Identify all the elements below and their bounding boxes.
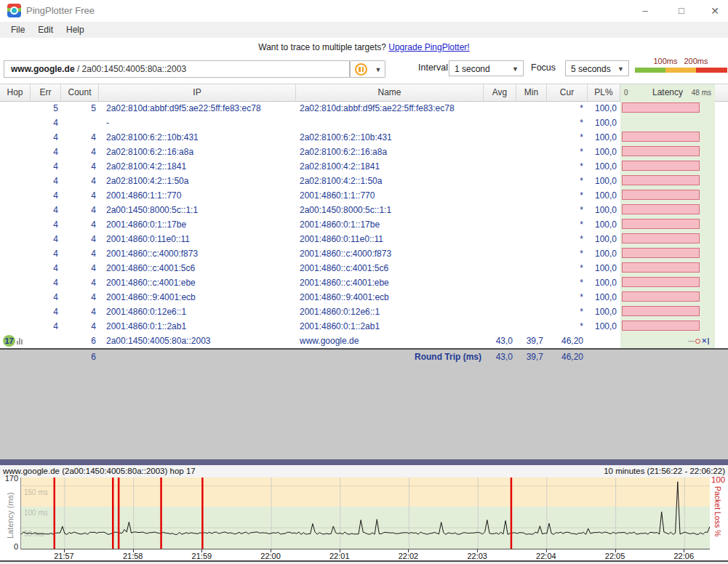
cur-cell: * (547, 319, 583, 334)
x-axis-tick-label: 21:58 (123, 552, 143, 560)
x-axis-tick-label: 22:03 (467, 552, 487, 560)
table-row[interactable]: 442001:4860::c:4001:5c62001:4860::c:4001… (0, 261, 728, 275)
min-cell (516, 145, 543, 159)
upgrade-banner: Want to trace to multiple targets? Upgra… (0, 38, 728, 57)
latency-loss-bar (622, 132, 700, 142)
x-axis-tick-label: 22:02 (399, 552, 419, 560)
count-cell: 4 (61, 159, 96, 174)
focus-select[interactable]: 5 seconds▼ (565, 60, 629, 76)
table-row[interactable]: 442001:4860:0:1::2ab12001:4860:0:1::2ab1… (0, 319, 728, 334)
mini-graph-icon (17, 337, 23, 345)
err-cell: 4 (31, 174, 58, 188)
menu-item-file[interactable]: File (4, 25, 31, 35)
cur-cell: * (547, 159, 583, 174)
latency-cell (620, 290, 715, 305)
menubar: File Edit Help (0, 22, 728, 38)
col-cur[interactable]: Cur (547, 84, 588, 101)
pause-button[interactable] (350, 60, 372, 78)
target-input[interactable]: www.google.de / 2a00:1450:4005:80a::2003 (4, 60, 350, 78)
min-cell (516, 305, 543, 319)
close-button[interactable]: ✕ (704, 3, 726, 19)
latency-loss-bar (622, 248, 700, 258)
interval-label: Interval (418, 63, 448, 73)
latency-cell (620, 116, 715, 130)
col-err[interactable]: Err (31, 84, 61, 101)
table-row[interactable]: 442a02:8100:4:2::18412a02:8100:4:2::1841… (0, 159, 728, 174)
table-row[interactable]: 442001:4860:1:1::7702001:4860:1:1::770*1… (0, 188, 728, 203)
name-cell: 2a02:8100:6:2::10b:431 (300, 130, 481, 145)
count-cell: 4 (61, 319, 96, 334)
interval-select[interactable]: 1 second▼ (449, 60, 524, 76)
table-row[interactable]: 442001:4860::9:4001:ecb2001:4860::9:4001… (0, 290, 728, 305)
hop-cell (0, 232, 31, 246)
target-host: www.google.de (11, 64, 75, 74)
min-cell (516, 174, 543, 188)
cur-cell: * (547, 305, 583, 319)
table-row[interactable]: 442001:4860:0:12e6::12001:4860:0:12e6::1… (0, 305, 728, 319)
pl-cell: 100,0 (588, 246, 617, 261)
ip-cell: 2001:4860:0:1::17be (106, 217, 294, 232)
name-cell: 2001:4860:1:1::770 (300, 188, 481, 203)
err-cell: 4 (31, 275, 58, 290)
min-cell (516, 159, 543, 174)
table-row[interactable]: 442a02:8100:6:2::10b:4312a02:8100:6:2::1… (0, 130, 728, 145)
table-row[interactable]: 442001:4860:0:1::17be2001:4860:0:1::17be… (0, 217, 728, 232)
min-cell (516, 246, 543, 261)
table-row[interactable]: 442a02:8100:6:2::16:a8a2a02:8100:6:2::16… (0, 145, 728, 159)
pause-dropdown-button[interactable]: ▼ (372, 60, 385, 78)
avg-cell (484, 159, 513, 174)
latency-loss-bar (622, 262, 700, 273)
name-cell: 2001:4860:0:11e0::11 (300, 232, 481, 246)
pl-cell: 100,0 (588, 188, 617, 203)
timeline-graph: 170 0 Latency (ms) 150 ms100 ms50 ms 100… (0, 478, 728, 561)
hop-cell (0, 305, 31, 319)
table-row[interactable]: 442001:4860::c:4000:f8732001:4860::c:400… (0, 246, 728, 261)
pl-cell: 100,0 (588, 130, 617, 145)
x-axis-tick-label: 22:05 (605, 552, 625, 560)
table-row[interactable]: 1762a00:1450:4005:80a::2003www.google.de… (0, 334, 728, 348)
pl-cell: 100,0 (588, 101, 617, 116)
cur-cell: * (547, 188, 583, 203)
col-pl[interactable]: PL% (588, 84, 620, 101)
hop-cell (0, 116, 31, 130)
table-row[interactable]: 442001:4860::c:4001:ebe2001:4860::c:4001… (0, 275, 728, 290)
timeline-plot[interactable]: 150 ms100 ms50 ms (20, 478, 710, 549)
rt-count: 6 (61, 350, 96, 364)
ip-cell: 2a02:8100:6:2::10b:431 (106, 130, 294, 145)
col-hop[interactable]: Hop (0, 84, 31, 101)
menu-item-edit[interactable]: Edit (31, 25, 60, 35)
minimize-button[interactable]: – (634, 3, 656, 19)
name-cell: 2001:4860:0:12e6::1 (300, 305, 481, 319)
ip-cell: 2a02:8100:4:2::1:50a (106, 174, 294, 188)
col-avg[interactable]: Avg (484, 84, 516, 101)
col-ip[interactable]: IP (99, 84, 296, 101)
cur-cell: * (547, 246, 583, 261)
y-axis-max: 170 (2, 474, 18, 483)
table-row[interactable]: 442001:4860:0:11e0::112001:4860:0:11e0::… (0, 232, 728, 246)
maximize-button[interactable]: □ (671, 3, 692, 19)
latency-cell (620, 101, 715, 116)
packet-loss-axis-max: 100 (711, 475, 725, 484)
table-row[interactable]: 4-*100,0 (0, 116, 728, 130)
pl-cell: 100,0 (588, 203, 617, 217)
col-name[interactable]: Name (296, 84, 484, 101)
upgrade-link[interactable]: Upgrade PingPlotter! (388, 42, 469, 52)
scale-label-100ms: 100ms (653, 57, 677, 65)
col-min[interactable]: Min (516, 84, 547, 101)
err-cell: 4 (31, 159, 58, 174)
packet-loss-axis-label: Packet Loss % (713, 486, 722, 549)
avg-cell (484, 305, 513, 319)
table-row[interactable]: 552a02:810d:abbf:d9f5:ae22:5ff:fe83:ec78… (0, 101, 728, 116)
splitter-handle[interactable] (0, 459, 728, 465)
pingplotter-logo-icon (7, 4, 21, 17)
table-row[interactable]: 442a02:8100:4:2::1:50a2a02:8100:4:2::1:5… (0, 174, 728, 188)
col-latency[interactable]: 0 Latency 48 ms (620, 84, 715, 101)
hop-cell (0, 101, 31, 116)
err-cell: 4 (31, 232, 58, 246)
hop-cell (0, 130, 31, 145)
table-row[interactable]: 442a00:1450:8000:5c::1:12a00:1450:8000:5… (0, 203, 728, 217)
name-cell: 2a02:8100:4:2::1:50a (300, 174, 481, 188)
pl-cell: 100,0 (588, 159, 617, 174)
menu-item-help[interactable]: Help (60, 25, 91, 35)
col-count[interactable]: Count (61, 84, 99, 101)
